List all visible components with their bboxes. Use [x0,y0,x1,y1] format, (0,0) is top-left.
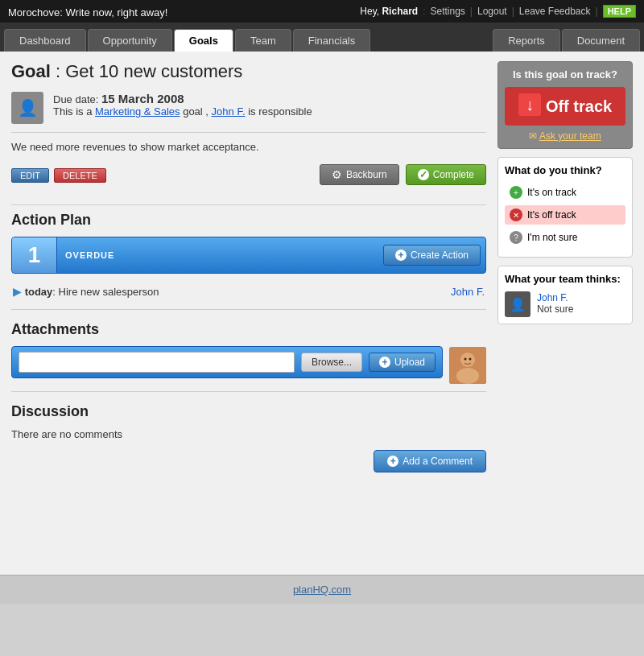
option-off-track[interactable]: ✕ It's off track [505,205,625,225]
due-date: Due date: 15 March 2008 [53,92,312,105]
tab-dashboard[interactable]: Dashboard [4,29,86,52]
svg-point-4 [469,358,472,361]
responsible-line: This is a Marketing & Sales goal , John … [53,105,312,118]
add-comment-button[interactable]: + Add a Comment [374,450,486,472]
green-plus-icon: + [510,186,522,199]
action-item: ▶ today: Hire new salesperson John F. [11,280,486,303]
logout-link[interactable]: Logout [477,6,507,17]
member-name-link[interactable]: John F. [537,292,568,303]
settings-icon: ⚙ [332,168,342,181]
content-left: Goal : Get 10 new customers 👤 Due date: … [11,61,486,565]
delete-button[interactable]: DELETE [54,168,106,183]
what-think-title: What do you think? [505,164,625,176]
ask-team-link[interactable]: Ask your team [539,130,601,142]
track-box: Is this goal on track? ↓ Off track ✉ Ask… [497,61,633,149]
tab-document[interactable]: Document [562,29,640,52]
responsible-link[interactable]: John F. [212,105,246,118]
track-status: ↓ Off track [505,87,625,126]
tab-financials[interactable]: Financials [293,29,371,52]
check-icon: ✓ [418,169,429,180]
play-icon: ▶ [13,285,22,298]
overdue-label: OVERDUE [57,250,383,260]
feedback-link[interactable]: Leave Feedback [519,6,591,17]
no-comments-text: There are no comments [11,428,486,440]
divider-3 [11,309,486,310]
plus-icon-3: + [387,456,398,467]
tab-team[interactable]: Team [235,29,291,52]
edit-delete-buttons: EDIT DELETE [11,168,106,183]
complete-button[interactable]: ✓ Complete [406,164,486,185]
down-arrow-icon: ↓ [518,93,541,116]
file-input[interactable] [19,352,295,373]
member-info: John F. Not sure [537,291,573,315]
action-plan-bar: 1 OVERDUE + Create Action [11,237,486,274]
goal-info: 👤 Due date: 15 March 2008 This is a Mark… [11,92,486,124]
off-track-text: Off track [546,97,612,116]
option-on-track[interactable]: + It's on track [505,183,625,202]
divider-4 [11,391,486,392]
what-think-box: What do you think? + It's on track ✕ It'… [497,157,633,258]
svg-point-1 [460,353,475,367]
action-number: 1 [12,237,57,273]
brand: Morochove: Write now, right away! [8,5,167,19]
option-not-sure[interactable]: ? I'm not sure [505,228,625,247]
edit-button[interactable]: EDIT [11,168,49,183]
tab-reports[interactable]: Reports [493,29,560,52]
tab-opportunity[interactable]: Opportunity [88,29,172,52]
topbar: Morochove: Write now, right away! Hey, R… [0,0,644,23]
attach-bar: Browse... + Upload [11,346,443,378]
goal-description: We need more revenues to show market acc… [11,141,486,153]
action-assignee-link[interactable]: John F. [451,286,485,298]
navigation: Dashboard Opportunity Goals Team Financi… [0,23,644,52]
team-thinks-box: What your team thinks: 👤 John F. Not sur… [497,266,633,324]
track-title: Is this goal on track? [505,68,625,80]
backburn-button[interactable]: ⚙ Backburn [320,164,399,185]
action-plan-title: Action Plan [11,212,486,229]
plus-icon-2: + [379,357,390,368]
divider-2 [11,204,486,205]
svg-point-2 [456,368,479,384]
upload-button[interactable]: + Upload [369,353,436,372]
settings-link[interactable]: Settings [430,6,464,17]
nav-tabs-right: Reports Document [493,23,640,52]
member-status: Not sure [537,303,573,315]
divider-1 [11,132,486,133]
avatar: 👤 [11,92,43,124]
ask-team: ✉ Ask your team [505,130,625,142]
plus-icon: + [395,250,407,261]
attachments-section: Attachments Browse... + Upload [11,321,486,385]
profile-photo [449,347,486,384]
browse-button[interactable]: Browse... [301,353,362,372]
red-minus-icon: ✕ [510,208,522,221]
goal-title: Goal : Get 10 new customers [11,61,486,82]
team-member: 👤 John F. Not sure [505,291,625,317]
attachment-row: Browse... + Upload [11,346,486,385]
category-link[interactable]: Marketing & Sales [95,105,180,118]
action-text: ▶ today: Hire new salesperson [13,285,159,298]
backburn-complete-buttons: ⚙ Backburn ✓ Complete [320,164,486,185]
topbar-right: Hey, Richard : Settings | Logout | Leave… [360,5,636,18]
create-action-button[interactable]: + Create Action [383,245,481,266]
discussion-title: Discussion [11,403,486,420]
svg-point-3 [464,358,467,361]
main-content: Goal : Get 10 new customers 👤 Due date: … [0,52,644,575]
brand-name: Morochove: Write now, right away! [8,5,167,19]
member-name: John F. [537,291,573,303]
goal-meta: Due date: 15 March 2008 This is a Market… [53,92,312,118]
nav-tabs-left: Dashboard Opportunity Goals Team Financi… [4,23,370,52]
footer: planHQ.com [0,575,644,604]
attachments-title: Attachments [11,321,486,338]
content-right: Is this goal on track? ↓ Off track ✉ Ask… [497,61,633,565]
greeting-text: Hey, Richard [360,6,418,17]
discussion-section: Discussion There are no comments + Add a… [11,403,486,472]
footer-link[interactable]: planHQ.com [293,584,351,596]
comment-btn-row: + Add a Comment [11,450,486,472]
tab-goals[interactable]: Goals [174,29,233,52]
gray-question-icon: ? [510,231,522,244]
member-avatar: 👤 [505,291,530,317]
face-svg [449,347,486,384]
help-button[interactable]: HELP [603,5,636,18]
team-thinks-title: What your team thinks: [505,273,625,285]
